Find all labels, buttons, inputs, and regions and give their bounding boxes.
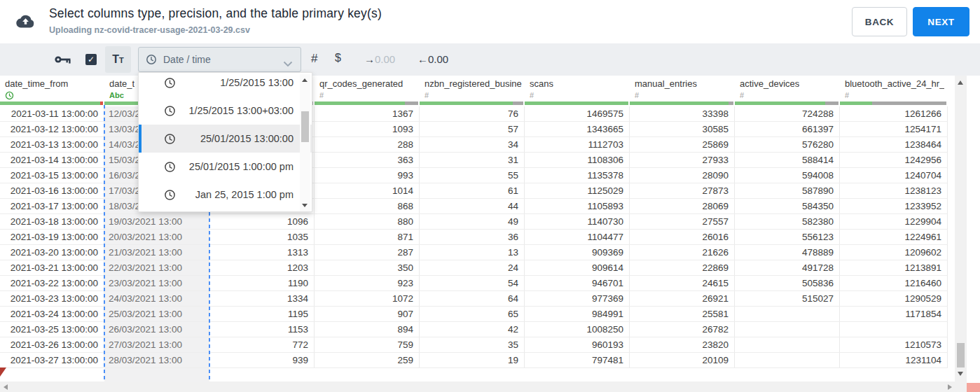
cell[interactable]: 587890: [735, 183, 840, 198]
cell[interactable]: 2021-03-24 13:00:00: [0, 307, 104, 321]
cell[interactable]: 909369: [525, 245, 630, 260]
decimal-increase-button[interactable]: →0.00: [364, 53, 395, 65]
text-type-button[interactable]: Tt: [105, 46, 131, 73]
column-header-date_time_from[interactable]: date_time_from: [0, 76, 104, 106]
cell[interactable]: 907: [315, 307, 420, 321]
cell[interactable]: 505836: [735, 276, 840, 290]
cell[interactable]: 2021-03-21 13:00:00: [0, 260, 104, 275]
cell[interactable]: 1229904: [840, 214, 948, 229]
cell[interactable]: 946701: [525, 276, 630, 290]
cell[interactable]: 13: [420, 245, 525, 260]
cell[interactable]: 19: [420, 353, 525, 368]
cell[interactable]: 1108306: [525, 153, 630, 167]
back-button[interactable]: BACK: [852, 7, 907, 36]
cell[interactable]: 28/03/2021 13:00: [104, 353, 209, 368]
cell[interactable]: 556123: [735, 230, 840, 244]
cell[interactable]: 2021-03-13 13:00:00: [0, 137, 104, 152]
cell[interactable]: 2021-03-26 13:00:00: [0, 337, 104, 352]
dropdown-scroll-up-arrow[interactable]: [302, 78, 308, 82]
date-format-option[interactable]: 25/01/2015 1:00:00 pm: [139, 153, 312, 181]
cell[interactable]: 661397: [735, 122, 840, 136]
cell[interactable]: 1035: [209, 230, 315, 244]
cell[interactable]: 57: [420, 122, 525, 136]
cell[interactable]: 478889: [735, 245, 840, 260]
cell[interactable]: 582380: [735, 214, 840, 229]
cell[interactable]: 1261266: [840, 106, 948, 121]
cell[interactable]: 27/03/2021 13:00: [104, 337, 209, 352]
cell[interactable]: 1224961: [840, 230, 948, 244]
vertical-scrollbar-thumb[interactable]: [957, 343, 965, 368]
cell[interactable]: 2021-03-17 13:00:00: [0, 199, 104, 214]
cell[interactable]: 1213891: [840, 260, 948, 275]
cell[interactable]: 55: [420, 168, 525, 183]
cell[interactable]: 2021-03-15 13:00:00: [0, 168, 104, 183]
cell[interactable]: 20109: [630, 353, 735, 368]
cell[interactable]: 984991: [525, 307, 630, 321]
cell[interactable]: 288: [315, 137, 420, 152]
column-header-manual_entries[interactable]: manual_entries#: [630, 76, 735, 106]
cell[interactable]: 35: [420, 337, 525, 352]
column-header-qr_codes_generated[interactable]: qr_codes_generated#: [315, 76, 420, 106]
cell[interactable]: 2021-03-27 13:00:00: [0, 353, 104, 368]
cell[interactable]: 44: [420, 199, 525, 214]
cell[interactable]: 1233952: [840, 199, 948, 214]
cell[interactable]: 1209602: [840, 245, 948, 260]
cell[interactable]: 28069: [630, 199, 735, 214]
column-header-nzbn_registered_busine[interactable]: nzbn_registered_busine#: [420, 76, 525, 106]
cell[interactable]: [840, 322, 948, 337]
cell[interactable]: 26921: [630, 291, 735, 306]
cell[interactable]: [735, 353, 840, 368]
cell[interactable]: 27557: [630, 214, 735, 229]
scroll-down-arrow[interactable]: [958, 372, 963, 376]
cell[interactable]: 76: [420, 106, 525, 121]
cell[interactable]: 880: [315, 214, 420, 229]
cell[interactable]: 894: [315, 322, 420, 337]
cell[interactable]: 26016: [630, 230, 735, 244]
scroll-right-arrow[interactable]: [948, 384, 952, 390]
cell[interactable]: 1171854: [840, 307, 948, 321]
column-header-bluetooth_active_24_hr_[interactable]: bluetooth_active_24_hr_#: [840, 76, 948, 106]
cell[interactable]: 22/03/2021 13:00: [104, 260, 209, 275]
cell[interactable]: 1008250: [525, 322, 630, 337]
cell[interactable]: 19/03/2021 13:00: [104, 214, 209, 229]
cell[interactable]: 22869: [630, 260, 735, 275]
cell[interactable]: 2021-03-11 13:00:00: [0, 106, 104, 121]
cell[interactable]: 65: [420, 307, 525, 321]
cell[interactable]: 2021-03-25 13:00:00: [0, 322, 104, 337]
cell[interactable]: 2021-03-12 13:00:00: [0, 122, 104, 136]
cell[interactable]: 25/03/2021 13:00: [104, 307, 209, 321]
cell[interactable]: 20/03/2021 13:00: [104, 230, 209, 244]
cell[interactable]: 993: [315, 168, 420, 183]
cell[interactable]: 1153: [209, 322, 315, 337]
cell[interactable]: 31: [420, 153, 525, 167]
cell[interactable]: 1203: [209, 260, 315, 275]
cell[interactable]: [735, 322, 840, 337]
column-header-scans[interactable]: scans#: [525, 76, 630, 106]
cell[interactable]: 21626: [630, 245, 735, 260]
decimal-decrease-button[interactable]: ←0.00: [417, 53, 448, 65]
cell[interactable]: 25869: [630, 137, 735, 152]
cell[interactable]: 27933: [630, 153, 735, 167]
cell[interactable]: 2021-03-18 13:00:00: [0, 214, 104, 229]
next-button[interactable]: NEXT: [913, 7, 969, 36]
dropdown-scrollbar-thumb[interactable]: [301, 111, 309, 142]
cell[interactable]: 1112703: [525, 137, 630, 152]
cell[interactable]: 259: [315, 353, 420, 368]
cell[interactable]: 1313: [209, 245, 315, 260]
cell[interactable]: 868: [315, 199, 420, 214]
cell[interactable]: 287: [315, 245, 420, 260]
cell[interactable]: 2021-03-20 13:00:00: [0, 245, 104, 260]
cell[interactable]: 23/03/2021 13:00: [104, 276, 209, 290]
cell[interactable]: 1096: [209, 214, 315, 229]
date-format-option[interactable]: 25/01/2015 13:00:00: [139, 125, 312, 153]
cell[interactable]: 1210573: [840, 337, 948, 352]
cell[interactable]: 960193: [525, 337, 630, 352]
cell[interactable]: 588414: [735, 153, 840, 167]
cell[interactable]: 54: [420, 276, 525, 290]
include-column-checkbox[interactable]: ✓: [85, 54, 97, 65]
cell[interactable]: 1367: [315, 106, 420, 121]
cell[interactable]: 1254171: [840, 122, 948, 136]
cell[interactable]: 1216460: [840, 276, 948, 290]
cell[interactable]: 759: [315, 337, 420, 352]
cell[interactable]: 1334: [209, 291, 315, 306]
